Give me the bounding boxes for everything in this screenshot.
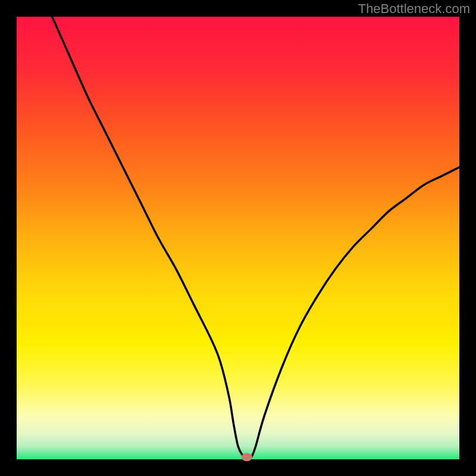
- bottleneck-chart: TheBottleneck.com: [0, 0, 476, 476]
- chart-canvas: [0, 0, 476, 476]
- chart-plot-area: [17, 17, 459, 459]
- watermark-text: TheBottleneck.com: [358, 1, 470, 17]
- optimal-point-marker: [242, 453, 252, 461]
